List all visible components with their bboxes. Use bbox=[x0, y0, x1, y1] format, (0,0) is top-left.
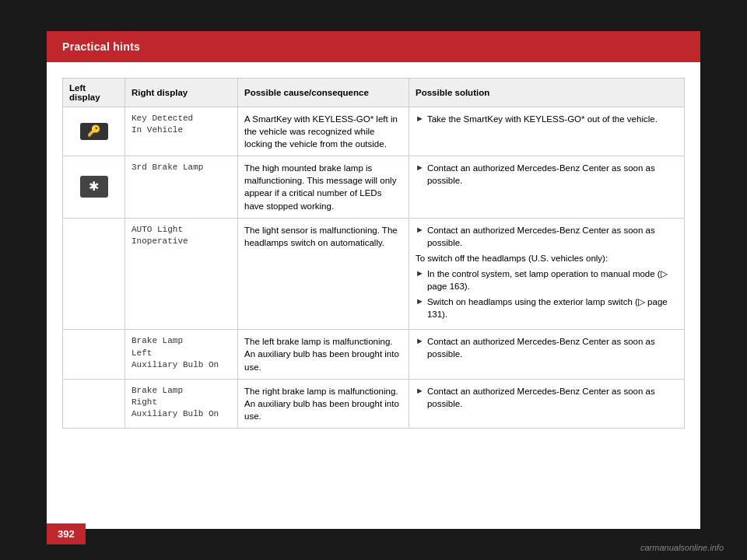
page-number: 392 bbox=[47, 523, 86, 544]
bullet-text: Contact an authorized Mercedes-Benz Cent… bbox=[427, 335, 678, 360]
bullet-item: ►Take the SmartKey with KEYLESS-GO* out … bbox=[416, 113, 678, 125]
cause-cell: The light sensor is malfunctioning. The … bbox=[238, 218, 409, 330]
table-row: ✱3rd Brake LampThe high mounted brake la… bbox=[63, 156, 685, 218]
table-header-row: Left display Right display Possible caus… bbox=[63, 79, 685, 107]
watermark: carmanualsonline.info bbox=[640, 543, 724, 552]
cause-cell: A SmartKey with KEYLESS-GO* left in the … bbox=[238, 107, 409, 156]
icon-cell bbox=[63, 218, 125, 330]
bullet-item: ►Contact an authorized Mercedes-Benz Cen… bbox=[416, 385, 678, 410]
bullet-text: Contact an authorized Mercedes-Benz Cent… bbox=[427, 385, 678, 410]
cause-cell: The left brake lamp is malfunctioning. A… bbox=[238, 330, 409, 379]
bullet-arrow: ► bbox=[416, 385, 424, 410]
col-solution: Possible solution bbox=[409, 79, 685, 107]
bullet-item: ►In the control system, set lamp operati… bbox=[416, 268, 678, 292]
solution-cell: ►Contact an authorized Mercedes-Benz Cen… bbox=[409, 156, 685, 218]
table-row: AUTO Light InoperativeThe light sensor i… bbox=[63, 218, 685, 330]
key-icon: 🔑 bbox=[80, 123, 108, 140]
table-row: Brake Lamp Right Auxiliary Bulb OnThe ri… bbox=[63, 379, 685, 428]
bullet-item: ►Contact an authorized Mercedes-Benz Cen… bbox=[416, 224, 678, 249]
bullet-arrow: ► bbox=[416, 224, 424, 249]
right-display-cell: AUTO Light Inoperative bbox=[125, 218, 238, 330]
plain-text: To switch off the headlamps (U.S. vehicl… bbox=[416, 252, 678, 264]
col-right-display: Right display bbox=[125, 79, 238, 107]
bullet-text: In the control system, set lamp operatio… bbox=[427, 268, 678, 292]
right-display-cell: Brake Lamp Right Auxiliary Bulb On bbox=[125, 379, 238, 428]
hints-table: Left display Right display Possible caus… bbox=[62, 78, 685, 429]
solution-cell: ►Contact an authorized Mercedes-Benz Cen… bbox=[409, 379, 685, 428]
bullet-item: ►Contact an authorized Mercedes-Benz Cen… bbox=[416, 162, 678, 187]
solution-cell: ►Contact an authorized Mercedes-Benz Cen… bbox=[409, 218, 685, 330]
table-row: 🔑Key Detected In VehicleA SmartKey with … bbox=[63, 107, 685, 156]
bullet-arrow: ► bbox=[416, 268, 424, 292]
bullet-text: Contact an authorized Mercedes-Benz Cent… bbox=[427, 224, 678, 249]
solution-cell: ►Contact an authorized Mercedes-Benz Cen… bbox=[409, 330, 685, 379]
bullet-arrow: ► bbox=[416, 296, 424, 320]
icon-cell: ✱ bbox=[63, 156, 125, 218]
table-row: Brake Lamp Left Auxiliary Bulb OnThe lef… bbox=[63, 330, 685, 379]
cause-cell: The high mounted brake lamp is malfuncti… bbox=[238, 156, 409, 218]
right-display-cell: Brake Lamp Left Auxiliary Bulb On bbox=[125, 330, 238, 379]
bullet-arrow: ► bbox=[416, 162, 424, 187]
icon-cell: 🔑 bbox=[63, 107, 125, 156]
bullet-text: Take the SmartKey with KEYLESS-GO* out o… bbox=[427, 113, 678, 125]
right-display-cell: Key Detected In Vehicle bbox=[125, 107, 238, 156]
bullet-text: Contact an authorized Mercedes-Benz Cent… bbox=[427, 162, 678, 187]
bullet-text: Switch on headlamps using the exterior l… bbox=[427, 296, 678, 320]
bullet-arrow: ► bbox=[416, 113, 424, 125]
cause-cell: The right brake lamp is malfunctioning. … bbox=[238, 379, 409, 428]
col-left-display: Left display bbox=[63, 79, 125, 107]
bullet-arrow: ► bbox=[416, 335, 424, 360]
icon-cell bbox=[63, 330, 125, 379]
page-title: Practical hints bbox=[62, 40, 140, 53]
page-content: Practical hints Left display Right displ… bbox=[47, 31, 700, 529]
sun-icon: ✱ bbox=[80, 176, 108, 198]
solution-cell: ►Take the SmartKey with KEYLESS-GO* out … bbox=[409, 107, 685, 156]
icon-cell bbox=[63, 379, 125, 428]
col-cause: Possible cause/consequence bbox=[238, 79, 409, 107]
header-bar: Practical hints bbox=[47, 31, 700, 62]
bullet-item: ►Contact an authorized Mercedes-Benz Cen… bbox=[416, 335, 678, 360]
bullet-item: ►Switch on headlamps using the exterior … bbox=[416, 296, 678, 320]
table-container: Left display Right display Possible caus… bbox=[62, 78, 685, 429]
right-display-cell: 3rd Brake Lamp bbox=[125, 156, 238, 218]
